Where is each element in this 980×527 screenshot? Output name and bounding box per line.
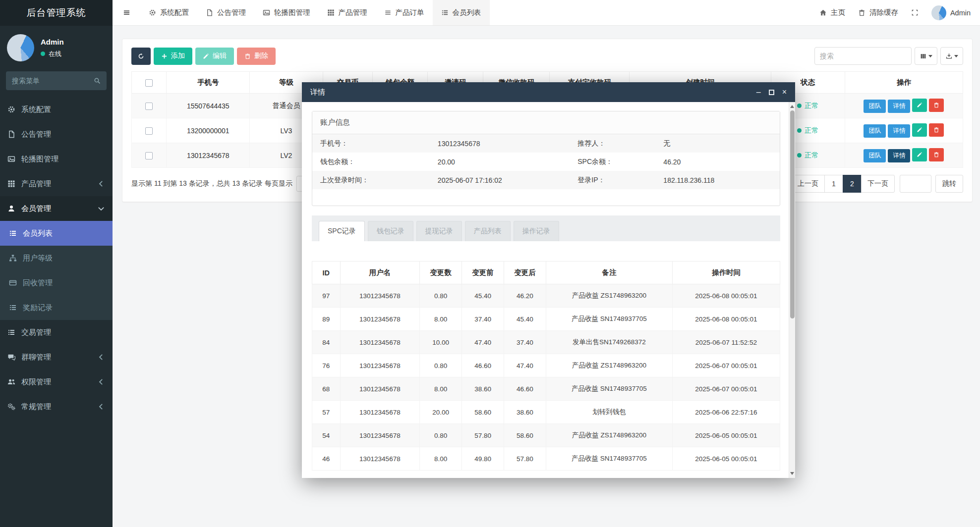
sidebar: 后台管理系统 Admin 在线 系统配置公告管理轮播图管理产品管理会员管理会员列… (0, 0, 113, 527)
edit-button[interactable]: 编辑 (195, 48, 234, 65)
clear-cache-link[interactable]: 清除缓存 (852, 8, 905, 17)
modal-tab[interactable]: 钱包记录 (368, 221, 413, 241)
expand-icon (911, 9, 919, 16)
account-info-panel: 账户信息 手机号：13012345678推荐人：无钱包余额：20.00SPC余额… (312, 111, 780, 206)
sidebar-item[interactable]: 奖励记录 (0, 295, 113, 320)
sidebar-item[interactable]: 产品管理 (0, 171, 113, 196)
topnav-item[interactable]: 产品订单 (376, 0, 433, 25)
columns-dropdown-button[interactable] (915, 47, 937, 65)
trash-icon (933, 102, 939, 108)
record-cell: 20.00 (420, 401, 462, 424)
row-edit-button[interactable] (912, 123, 927, 137)
angle-left-icon (97, 180, 105, 188)
modal-tab[interactable]: 提现记录 (416, 221, 462, 241)
home-link[interactable]: 主页 (813, 8, 852, 17)
row-select-cell (132, 94, 167, 118)
minimize-icon[interactable]: – (756, 88, 761, 96)
row-delete-button[interactable] (929, 123, 944, 137)
row-checkbox[interactable] (145, 127, 153, 135)
topnav-item[interactable]: 系统配置 (140, 0, 197, 25)
row-checkbox[interactable] (145, 152, 153, 159)
sidebar-item[interactable]: 轮播图管理 (0, 147, 113, 171)
table-search-input[interactable] (814, 47, 912, 65)
topnav-item[interactable]: 产品管理 (319, 0, 376, 25)
record-cell: 46.60 (462, 354, 504, 377)
maximize-icon[interactable] (769, 90, 774, 95)
sidebar-item[interactable]: 会员管理 (0, 196, 113, 221)
admin-screen: 后台管理系统 Admin 在线 系统配置公告管理轮播图管理产品管理会员管理会员列… (0, 0, 980, 527)
sidebar-item[interactable]: 用户等级 (0, 246, 113, 270)
export-dropdown-button[interactable] (940, 47, 963, 65)
team-button[interactable]: 团队 (864, 124, 886, 138)
close-icon[interactable]: × (782, 88, 787, 96)
page-number-button[interactable]: 1 (824, 175, 843, 193)
sidebar-item[interactable]: 交易管理 (0, 320, 113, 345)
topnav-item[interactable]: 会员列表 (433, 0, 490, 25)
sidebar-item[interactable]: 回收管理 (0, 270, 113, 295)
sidebar-item[interactable]: 常规管理 (0, 394, 113, 419)
records-summary: 显示第 11 到第 13 条记录，总共 13 条记录 每页显示 (131, 179, 292, 188)
field-value: 46.20 (663, 158, 772, 166)
row-checkbox[interactable] (145, 103, 153, 110)
records-header-row: ID用户名变更数变更前变更后备注操作时间 (312, 262, 780, 284)
sidebar-item-label: 会员列表 (23, 229, 105, 238)
team-button[interactable]: 团队 (864, 100, 886, 113)
account-info-heading: 账户信息 (312, 111, 780, 134)
member-phone: 15507644435 (167, 94, 250, 118)
sidebar-item[interactable]: 群聊管理 (0, 345, 113, 369)
record-cell: 57.80 (462, 424, 504, 447)
search-icon[interactable] (94, 77, 101, 84)
image-icon (263, 9, 270, 16)
sidebar-item[interactable]: 权限管理 (0, 369, 113, 394)
row-delete-button[interactable] (929, 99, 944, 112)
sidebar-item[interactable]: 系统配置 (0, 97, 113, 122)
list-icon (9, 304, 17, 312)
detail-button[interactable]: 详情 (888, 100, 910, 113)
select-all-checkbox[interactable] (145, 79, 153, 87)
row-edit-button[interactable] (912, 148, 927, 161)
record-cell: 产品收益 SN1748937705 (546, 447, 672, 471)
scroll-down-arrow[interactable] (789, 470, 795, 477)
trash-icon (933, 152, 939, 158)
user-menu[interactable]: Admin (925, 5, 977, 20)
topnav-item[interactable]: 轮播图管理 (254, 0, 319, 25)
detail-button[interactable]: 详情 (888, 124, 910, 138)
detail-button[interactable]: 详情 (888, 149, 910, 162)
prev-page-button[interactable]: 上一页 (791, 175, 825, 193)
record-row: 841301234567810.0047.4037.40发单出售SN174926… (312, 331, 780, 354)
record-cell: 58.60 (504, 424, 546, 447)
refresh-icon (138, 53, 144, 59)
record-cell: 0.80 (420, 424, 462, 447)
modal-tab[interactable]: SPC记录 (319, 221, 365, 241)
account-field-row: 手机号：13012345678推荐人：无 (312, 134, 780, 153)
add-button[interactable]: 添加 (154, 48, 192, 65)
records-column-header: ID (312, 262, 341, 284)
page-jump-input[interactable] (900, 175, 931, 193)
row-delete-button[interactable] (929, 148, 944, 161)
file-icon (7, 130, 15, 138)
page-jump-button[interactable]: 跳转 (935, 175, 963, 193)
sidebar-toggle-button[interactable] (113, 0, 140, 25)
next-page-button[interactable]: 下一页 (861, 175, 895, 193)
delete-button[interactable]: 删除 (237, 48, 276, 65)
record-cell: 47.40 (504, 354, 546, 377)
scroll-up-arrow[interactable] (789, 103, 795, 110)
record-row: 54130123456780.8057.8058.60产品收益 ZS174896… (312, 424, 780, 447)
topnav-item[interactable]: 公告管理 (197, 0, 254, 25)
trash-icon (933, 127, 939, 133)
sidebar-item[interactable]: 会员列表 (0, 221, 113, 246)
field-label: 推荐人： (577, 139, 663, 148)
modal-tab[interactable]: 操作记录 (514, 221, 559, 241)
sidebar-search-input[interactable] (12, 77, 94, 85)
records-column-header: 变更后 (504, 262, 546, 284)
modal-header[interactable]: 详情 – × (302, 82, 795, 102)
row-edit-button[interactable] (912, 99, 927, 112)
refresh-button[interactable] (131, 48, 151, 65)
scrollbar-thumb[interactable] (790, 110, 795, 318)
fullscreen-button[interactable] (905, 9, 925, 16)
page-number-button[interactable]: 2 (843, 175, 862, 193)
modal-tab[interactable]: 产品列表 (465, 221, 511, 241)
team-button[interactable]: 团队 (864, 149, 886, 162)
status-badge: 正常 (797, 102, 818, 110)
sidebar-item[interactable]: 公告管理 (0, 122, 113, 147)
